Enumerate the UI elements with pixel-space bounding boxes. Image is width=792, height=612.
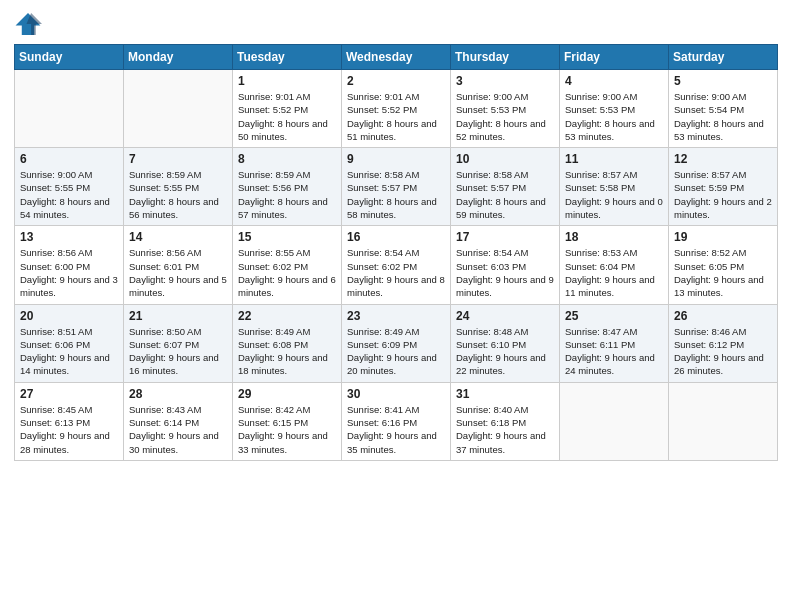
- day-cell: 31Sunrise: 8:40 AMSunset: 6:18 PMDayligh…: [451, 382, 560, 460]
- day-number: 27: [20, 387, 118, 401]
- day-info: Sunset: 6:12 PM: [674, 338, 772, 351]
- day-number: 21: [129, 309, 227, 323]
- day-info: Daylight: 8 hours and 58 minutes.: [347, 195, 445, 222]
- day-cell: 25Sunrise: 8:47 AMSunset: 6:11 PMDayligh…: [560, 304, 669, 382]
- day-cell: [15, 70, 124, 148]
- day-info: Sunset: 5:55 PM: [20, 181, 118, 194]
- header: [14, 10, 778, 38]
- day-cell: 1Sunrise: 9:01 AMSunset: 5:52 PMDaylight…: [233, 70, 342, 148]
- day-number: 9: [347, 152, 445, 166]
- day-info: Daylight: 9 hours and 8 minutes.: [347, 273, 445, 300]
- day-number: 11: [565, 152, 663, 166]
- day-number: 20: [20, 309, 118, 323]
- day-info: Sunrise: 8:54 AM: [456, 246, 554, 259]
- day-cell: 3Sunrise: 9:00 AMSunset: 5:53 PMDaylight…: [451, 70, 560, 148]
- day-cell: 20Sunrise: 8:51 AMSunset: 6:06 PMDayligh…: [15, 304, 124, 382]
- day-info: Sunrise: 8:55 AM: [238, 246, 336, 259]
- day-info: Daylight: 9 hours and 3 minutes.: [20, 273, 118, 300]
- day-info: Sunset: 5:53 PM: [456, 103, 554, 116]
- col-header-wednesday: Wednesday: [342, 45, 451, 70]
- day-cell: 21Sunrise: 8:50 AMSunset: 6:07 PMDayligh…: [124, 304, 233, 382]
- day-info: Sunrise: 9:00 AM: [20, 168, 118, 181]
- day-info: Daylight: 9 hours and 20 minutes.: [347, 351, 445, 378]
- day-info: Daylight: 9 hours and 14 minutes.: [20, 351, 118, 378]
- day-number: 6: [20, 152, 118, 166]
- day-cell: 14Sunrise: 8:56 AMSunset: 6:01 PMDayligh…: [124, 226, 233, 304]
- day-number: 3: [456, 74, 554, 88]
- day-info: Sunset: 5:53 PM: [565, 103, 663, 116]
- day-number: 24: [456, 309, 554, 323]
- day-cell: 10Sunrise: 8:58 AMSunset: 5:57 PMDayligh…: [451, 148, 560, 226]
- day-number: 25: [565, 309, 663, 323]
- day-info: Sunrise: 8:40 AM: [456, 403, 554, 416]
- day-info: Sunrise: 8:42 AM: [238, 403, 336, 416]
- day-info: Sunrise: 8:57 AM: [565, 168, 663, 181]
- day-info: Sunrise: 8:50 AM: [129, 325, 227, 338]
- day-number: 18: [565, 230, 663, 244]
- day-number: 22: [238, 309, 336, 323]
- day-info: Sunset: 6:11 PM: [565, 338, 663, 351]
- day-number: 23: [347, 309, 445, 323]
- day-cell: 12Sunrise: 8:57 AMSunset: 5:59 PMDayligh…: [669, 148, 778, 226]
- day-info: Daylight: 9 hours and 9 minutes.: [456, 273, 554, 300]
- week-row-5: 27Sunrise: 8:45 AMSunset: 6:13 PMDayligh…: [15, 382, 778, 460]
- day-info: Sunset: 6:01 PM: [129, 260, 227, 273]
- day-info: Daylight: 9 hours and 22 minutes.: [456, 351, 554, 378]
- day-cell: 15Sunrise: 8:55 AMSunset: 6:02 PMDayligh…: [233, 226, 342, 304]
- day-cell: 22Sunrise: 8:49 AMSunset: 6:08 PMDayligh…: [233, 304, 342, 382]
- day-info: Sunset: 5:58 PM: [565, 181, 663, 194]
- day-info: Daylight: 9 hours and 35 minutes.: [347, 429, 445, 456]
- day-cell: 4Sunrise: 9:00 AMSunset: 5:53 PMDaylight…: [560, 70, 669, 148]
- logo: [14, 10, 46, 38]
- day-info: Sunrise: 8:43 AM: [129, 403, 227, 416]
- day-info: Daylight: 8 hours and 52 minutes.: [456, 117, 554, 144]
- header-row: SundayMondayTuesdayWednesdayThursdayFrid…: [15, 45, 778, 70]
- day-info: Sunrise: 8:45 AM: [20, 403, 118, 416]
- day-number: 2: [347, 74, 445, 88]
- day-info: Daylight: 9 hours and 2 minutes.: [674, 195, 772, 222]
- day-info: Daylight: 9 hours and 13 minutes.: [674, 273, 772, 300]
- day-info: Sunrise: 8:52 AM: [674, 246, 772, 259]
- day-info: Sunset: 6:06 PM: [20, 338, 118, 351]
- day-info: Sunrise: 8:54 AM: [347, 246, 445, 259]
- day-cell: 27Sunrise: 8:45 AMSunset: 6:13 PMDayligh…: [15, 382, 124, 460]
- day-number: 12: [674, 152, 772, 166]
- logo-icon: [14, 10, 42, 38]
- day-info: Daylight: 9 hours and 6 minutes.: [238, 273, 336, 300]
- day-info: Sunset: 6:03 PM: [456, 260, 554, 273]
- calendar-table: SundayMondayTuesdayWednesdayThursdayFrid…: [14, 44, 778, 461]
- day-cell: 29Sunrise: 8:42 AMSunset: 6:15 PMDayligh…: [233, 382, 342, 460]
- day-number: 1: [238, 74, 336, 88]
- day-info: Sunset: 6:16 PM: [347, 416, 445, 429]
- day-info: Sunset: 6:08 PM: [238, 338, 336, 351]
- day-cell: 9Sunrise: 8:58 AMSunset: 5:57 PMDaylight…: [342, 148, 451, 226]
- day-cell: 17Sunrise: 8:54 AMSunset: 6:03 PMDayligh…: [451, 226, 560, 304]
- day-number: 5: [674, 74, 772, 88]
- day-cell: 18Sunrise: 8:53 AMSunset: 6:04 PMDayligh…: [560, 226, 669, 304]
- day-info: Sunset: 6:10 PM: [456, 338, 554, 351]
- day-number: 31: [456, 387, 554, 401]
- day-info: Sunset: 5:56 PM: [238, 181, 336, 194]
- day-info: Sunset: 6:02 PM: [347, 260, 445, 273]
- col-header-monday: Monday: [124, 45, 233, 70]
- day-info: Daylight: 9 hours and 28 minutes.: [20, 429, 118, 456]
- day-info: Daylight: 8 hours and 51 minutes.: [347, 117, 445, 144]
- day-info: Sunset: 5:59 PM: [674, 181, 772, 194]
- day-info: Sunset: 6:02 PM: [238, 260, 336, 273]
- day-info: Sunrise: 9:00 AM: [674, 90, 772, 103]
- day-info: Daylight: 8 hours and 53 minutes.: [565, 117, 663, 144]
- day-info: Sunset: 6:18 PM: [456, 416, 554, 429]
- day-info: Sunrise: 8:57 AM: [674, 168, 772, 181]
- col-header-thursday: Thursday: [451, 45, 560, 70]
- day-info: Sunset: 5:57 PM: [347, 181, 445, 194]
- day-info: Daylight: 8 hours and 54 minutes.: [20, 195, 118, 222]
- day-info: Sunset: 6:13 PM: [20, 416, 118, 429]
- day-info: Sunrise: 9:00 AM: [565, 90, 663, 103]
- day-number: 13: [20, 230, 118, 244]
- day-cell: [669, 382, 778, 460]
- day-info: Sunrise: 8:49 AM: [238, 325, 336, 338]
- day-info: Sunset: 6:14 PM: [129, 416, 227, 429]
- day-info: Sunrise: 9:01 AM: [347, 90, 445, 103]
- day-info: Sunset: 5:52 PM: [347, 103, 445, 116]
- day-info: Sunset: 6:05 PM: [674, 260, 772, 273]
